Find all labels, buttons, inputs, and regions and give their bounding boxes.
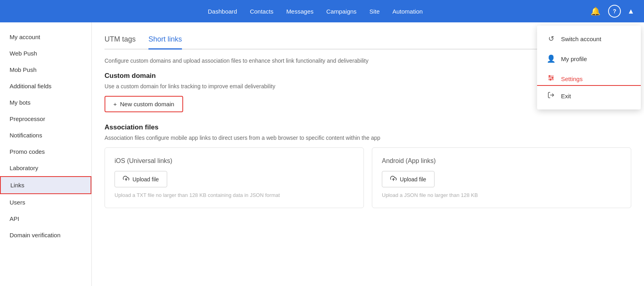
association-files-description: Association files configure mobile app l…: [105, 135, 631, 141]
upload-icon: [123, 175, 129, 183]
profile-icon: 👤: [547, 54, 555, 63]
ios-upload-button[interactable]: Upload file: [115, 171, 167, 187]
sidebar-item-api[interactable]: API: [0, 211, 91, 227]
help-question-icon[interactable]: ?: [608, 5, 621, 18]
android-upload-hint: Upload a JSON file no larger than 128 KB: [382, 192, 621, 198]
sidebar-item-mob-push[interactable]: Mob Push: [0, 62, 91, 78]
notification-bell-icon[interactable]: 🔔: [589, 5, 602, 18]
sidebar-item-laboratory[interactable]: Laboratory: [0, 160, 91, 176]
svg-point-3: [549, 75, 550, 77]
ios-card-title: iOS (Universal links): [115, 157, 354, 165]
sidebar-item-preprocessor[interactable]: Preprocessor: [0, 111, 91, 127]
switch-account-icon: ↺: [547, 34, 555, 43]
dropdown-my-profile[interactable]: 👤 My profile: [537, 49, 641, 69]
svg-point-4: [552, 77, 553, 79]
dropdown-switch-account[interactable]: ↺ Switch account: [537, 29, 641, 49]
exit-icon: [547, 91, 555, 101]
sidebar-item-links[interactable]: Links: [0, 176, 91, 194]
dropdown-settings[interactable]: Settings: [537, 69, 641, 86]
android-subtitle: (App links): [406, 157, 436, 164]
user-menu-chevron-icon[interactable]: ▲: [627, 7, 634, 16]
android-label: Android: [382, 157, 404, 164]
android-card: Android (App links) Upload file: [372, 147, 631, 208]
android-upload-label: Upload file: [400, 176, 426, 183]
association-files-section: Association files Association files conf…: [105, 123, 631, 208]
tab-short-links[interactable]: Short links: [148, 32, 182, 50]
sidebar-item-users[interactable]: Users: [0, 194, 91, 211]
sidebar-item-web-push[interactable]: Web Push: [0, 45, 91, 62]
upload-icon-android: [390, 175, 397, 183]
settings-icon: [547, 74, 555, 83]
sidebar-item-domain-verification[interactable]: Domain verification: [0, 227, 91, 243]
nav-right: 🔔 ? ▲: [589, 5, 634, 18]
sidebar-item-my-account[interactable]: My account: [0, 29, 91, 45]
new-custom-domain-button[interactable]: + New custom domain: [105, 96, 183, 112]
ios-subtitle: (Universal links): [127, 157, 172, 164]
tab-utm-tags[interactable]: UTM tags: [105, 32, 136, 50]
android-card-title: Android (App links): [382, 157, 621, 165]
ios-label: iOS: [115, 157, 125, 164]
nav-messages[interactable]: Messages: [286, 8, 313, 15]
nav-automation[interactable]: Automation: [392, 8, 423, 15]
ios-upload-label: Upload file: [132, 176, 159, 183]
svg-point-5: [550, 79, 551, 80]
sidebar-item-promo-codes[interactable]: Promo codes: [0, 143, 91, 160]
nav-links: Dashboard Contacts Messages Campaigns Si…: [41, 8, 589, 15]
nav-site[interactable]: Site: [369, 8, 380, 15]
sidebar: My account Web Push Mob Push Additional …: [0, 22, 92, 286]
nav-contacts[interactable]: Contacts: [250, 8, 273, 15]
association-files-title: Association files: [105, 123, 631, 131]
dropdown-exit[interactable]: Exit: [537, 86, 641, 106]
association-cards: iOS (Universal links) Upload file: [105, 147, 631, 208]
ios-upload-hint: Upload a TXT file no larger than 128 KB …: [115, 192, 354, 198]
android-upload-button[interactable]: Upload file: [382, 171, 435, 187]
user-dropdown-menu: ↺ Switch account 👤 My profile Settings: [537, 26, 641, 109]
top-navigation: Dashboard Contacts Messages Campaigns Si…: [0, 0, 644, 22]
sidebar-item-additional-fields[interactable]: Additional fields: [0, 78, 91, 94]
sidebar-item-notifications[interactable]: Notifications: [0, 127, 91, 143]
nav-dashboard[interactable]: Dashboard: [208, 8, 237, 15]
new-domain-label: New custom domain: [120, 101, 174, 107]
nav-campaigns[interactable]: Campaigns: [326, 8, 357, 15]
ios-card: iOS (Universal links) Upload file: [105, 147, 364, 208]
plus-icon: +: [113, 101, 117, 107]
sidebar-item-my-bots[interactable]: My bots: [0, 94, 91, 111]
